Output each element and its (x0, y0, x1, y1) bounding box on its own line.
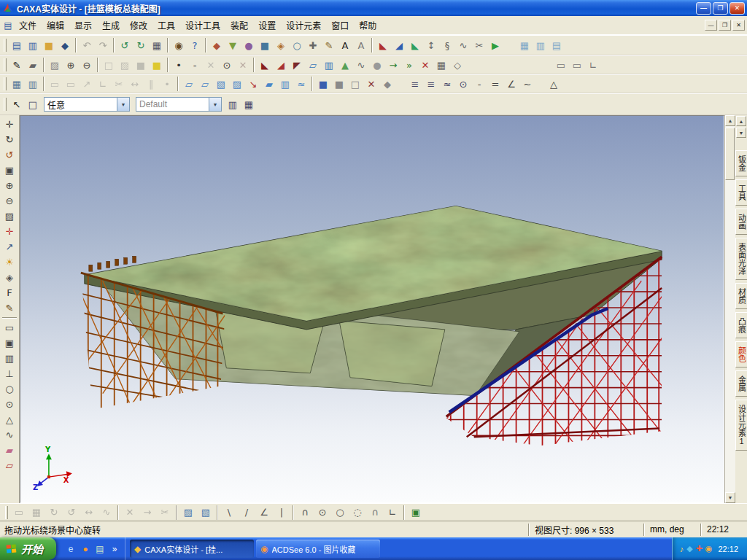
surface-4-icon[interactable]: ▨ (229, 76, 245, 92)
circle-point-icon[interactable]: ⊙ (219, 57, 235, 73)
new-file-icon[interactable]: ▤ (9, 37, 25, 53)
menu-design-elements[interactable]: 设计元素 (281, 16, 326, 34)
surface-arrow-icon[interactable]: ↘ (245, 76, 261, 92)
open-icon[interactable]: ■ (41, 37, 57, 53)
zoom-in-view-icon[interactable]: ⊕ (1, 178, 18, 193)
shaded-icon[interactable]: ■ (133, 57, 149, 73)
surface-3-icon[interactable]: ▧ (213, 76, 229, 92)
zoom-window-icon[interactable]: ▣ (1, 163, 18, 178)
block-gray-icon[interactable]: ■ (331, 76, 347, 92)
line-style-icon[interactable]: - (471, 76, 487, 92)
angle-line-icon[interactable]: ∠ (255, 505, 273, 520)
polyline-tool-icon[interactable]: / (238, 505, 255, 520)
tab-tools[interactable]: 工具 (735, 179, 747, 206)
menu-edit[interactable]: 编辑 (42, 16, 69, 34)
surface-edit-icon[interactable]: ▱ (305, 57, 321, 73)
task-acdsee[interactable]: ◉ ACDSee 6.0 - 图片收藏 (256, 540, 380, 558)
tray-music-icon[interactable]: ♪ (680, 545, 684, 553)
delete-icon[interactable]: ✕ (235, 57, 251, 73)
circle-center-icon[interactable]: ⊙ (314, 505, 331, 520)
print-icon[interactable]: ▦ (149, 37, 165, 53)
light-icon[interactable]: ☀ (1, 254, 18, 270)
spray-render-icon[interactable]: ▼ (225, 37, 241, 53)
sheet-view-icon[interactable]: ▤ (549, 37, 565, 53)
stretch-icon[interactable]: ↔ (80, 505, 98, 520)
polygon-tool-icon[interactable]: △ (1, 412, 18, 427)
menu-help[interactable]: 帮助 (354, 16, 382, 34)
tab-sheet-metal[interactable]: 钣金 (735, 150, 747, 176)
surface-7-icon[interactable]: ≈ (293, 76, 309, 92)
pushpin-icon[interactable]: ◈ (273, 37, 289, 53)
quicklaunch-chevron-icon[interactable]: » (107, 541, 122, 557)
face-normal-icon[interactable]: ▲ (337, 57, 353, 73)
corner-snap-icon[interactable]: ∟ (585, 57, 601, 73)
render-face-2-icon[interactable]: ◢ (273, 57, 289, 73)
mdi-close-button[interactable]: ✕ (732, 20, 745, 31)
layer-window-icon[interactable]: ▭ (569, 57, 585, 73)
text-icon[interactable]: A (337, 37, 353, 53)
quicklaunch-desktop-icon[interactable]: ▤ (93, 541, 107, 557)
angle-icon[interactable]: ∠ (503, 76, 519, 92)
align-left-icon[interactable]: ≡ (407, 76, 423, 92)
mirror-icon[interactable]: ◇ (449, 57, 465, 73)
split-icon[interactable]: ✂ (471, 37, 487, 53)
render-face-3-icon[interactable]: ◤ (289, 57, 305, 73)
sketch-plane-icon[interactable]: ▦ (9, 76, 25, 92)
block-lock-icon[interactable]: ◆ (379, 76, 395, 92)
distribute-icon[interactable]: ≈ (439, 76, 455, 92)
extend-line-icon[interactable]: → (139, 505, 156, 520)
menu-tools[interactable]: 工具 (152, 16, 180, 34)
eyedropper-icon[interactable]: ✎ (9, 57, 25, 73)
project-icon[interactable]: ↗ (79, 76, 95, 92)
split-views-icon[interactable]: ▦ (241, 96, 257, 112)
tray-antivirus-icon[interactable]: ✚ (696, 544, 703, 553)
ref-box-icon[interactable]: ▭ (47, 76, 63, 92)
rotate-cw-icon[interactable]: ↻ (45, 505, 63, 520)
snap-settings-icon[interactable]: △ (546, 76, 562, 92)
menu-window[interactable]: 窗口 (326, 16, 354, 34)
render-face-1-icon[interactable]: ◣ (257, 57, 273, 73)
plane-xy-icon[interactable]: ◢ (391, 37, 407, 53)
material-ball-icon[interactable]: ● (241, 37, 257, 53)
block-icon[interactable]: ■ (315, 76, 331, 92)
move-face-icon[interactable]: → (385, 57, 401, 73)
viewport-vertical-scrollbar[interactable]: ▲ ▼ (724, 115, 735, 503)
select-sketch-icon[interactable]: ▭ (10, 505, 28, 520)
grid-view-icon[interactable]: ▦ (516, 37, 533, 53)
toolbar-grip[interactable] (4, 39, 7, 52)
run-icon[interactable]: ▶ (487, 37, 503, 53)
menu-display[interactable]: 显示 (69, 16, 97, 34)
perpendicular-tool-icon[interactable]: ⊥ (1, 366, 18, 381)
pan-view-icon[interactable]: ✛ (1, 117, 18, 132)
spring-icon[interactable]: ∿ (455, 37, 471, 53)
toolbar-grip[interactable] (4, 98, 7, 111)
cross-icon[interactable]: ✕ (203, 57, 219, 73)
finish-sketch-icon[interactable]: ▣ (407, 505, 425, 520)
update-icon[interactable]: ↻ (133, 37, 149, 53)
tab-bump[interactable]: 凸痕 (735, 312, 747, 338)
rotate-view-icon[interactable]: ↻ (1, 132, 18, 147)
delete-face-icon[interactable]: ✕ (417, 57, 433, 73)
undo-icon[interactable]: ↶ (79, 37, 95, 53)
zoom-out-view-icon[interactable]: ⊖ (1, 193, 18, 209)
concentric-tool-icon[interactable]: ⊙ (1, 397, 18, 412)
drawing-sheet-icon[interactable]: ▥ (25, 76, 41, 92)
curve-fit-icon[interactable]: ∿ (98, 505, 115, 520)
trim-icon[interactable]: ✕ (121, 505, 139, 520)
brush-icon[interactable]: ▰ (25, 57, 41, 73)
toolbar-grip[interactable] (4, 77, 7, 90)
new-template-icon[interactable]: ▥ (25, 37, 41, 53)
surface-1-icon[interactable]: ▱ (181, 76, 197, 92)
tab-metal[interactable]: 金属 (735, 370, 747, 397)
trapezoid-tool-icon[interactable]: ▱ (1, 458, 18, 473)
hatch-icon[interactable]: ▧ (197, 505, 214, 520)
vertical-line-icon[interactable]: | (273, 505, 290, 520)
menu-file[interactable]: 文件 (14, 16, 42, 34)
corner-icon[interactable]: ∟ (95, 76, 111, 92)
window-restore-button[interactable]: ❐ (713, 2, 728, 15)
insert-part-icon[interactable]: ◆ (209, 37, 225, 53)
configuration-combo[interactable]: Default ▼ (136, 97, 222, 112)
ellipse-tool-icon[interactable]: ◌ (349, 505, 366, 520)
sphere-icon[interactable]: ● (369, 57, 385, 73)
rotate-ccw-icon[interactable]: ↺ (63, 505, 80, 520)
